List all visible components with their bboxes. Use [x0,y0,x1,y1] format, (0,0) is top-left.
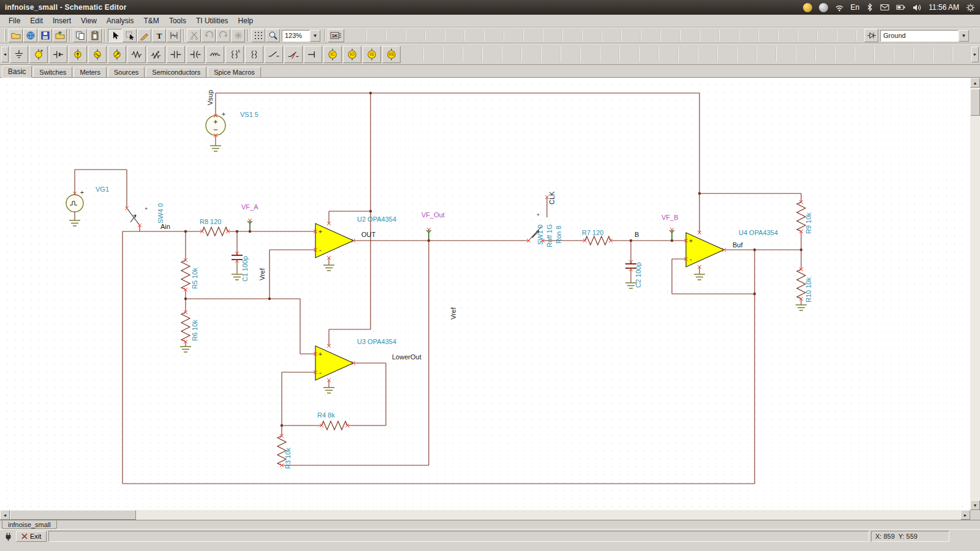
zoom-dropdown-button[interactable]: ▼ [310,30,320,42]
sw1-label[interactable]: SW1 0 [537,225,544,245]
controlled-source-iis-icon[interactable]: IIS [382,46,401,63]
session-icon[interactable] [819,3,828,12]
vs1-label[interactable]: VS1 5 [240,111,258,118]
scroll-right-button[interactable]: ► [960,510,970,520]
node-ain[interactable]: Ain [160,223,170,230]
r10-label[interactable]: R10 10k [805,277,812,302]
schematic-canvas[interactable]: + + + + [0,78,970,510]
menu-ti-utilities[interactable]: TI Utilities [191,15,233,26]
r9-label[interactable]: R9 10k [805,212,812,234]
node-vref-mid[interactable]: Vref [450,307,457,320]
r7-resistor[interactable] [585,236,611,245]
controlled-source-io-icon[interactable]: IO [343,46,361,63]
ground-symbol[interactable] [180,347,191,352]
undo-button[interactable] [202,29,216,42]
node-buf[interactable]: Buf [733,241,743,249]
tab-switches[interactable]: Switches [33,67,72,77]
cursor-tool-button[interactable] [108,29,122,42]
electrolytic-capacitor-icon[interactable] [186,46,205,63]
tab-sources[interactable]: Sources [108,67,145,77]
u4-label[interactable]: U4 OPA4354 [739,229,778,236]
gear-icon[interactable] [966,3,975,12]
controlled-source-ic-icon[interactable]: IC [323,46,342,63]
capacitor-icon[interactable] [167,46,185,63]
tab-spice-macros[interactable]: Spice Macros [208,67,261,77]
ground-symbol[interactable] [796,305,807,310]
u3-opamp[interactable]: + - [315,346,353,380]
wires[interactable] [75,93,801,484]
component-select-field[interactable]: Ground [880,30,959,42]
node-vref-a[interactable]: Vref [258,268,266,280]
keyring-icon[interactable] [803,3,812,12]
sw4-label[interactable]: SW4 0 [157,203,164,223]
controlled-switch-icon[interactable] [284,46,303,63]
menu-edit[interactable]: Edit [25,15,48,26]
r6-resistor[interactable] [181,312,190,342]
coupled-inductors-icon[interactable] [245,46,263,63]
grid-toggle-button[interactable] [251,29,265,42]
c2-label[interactable]: C2 100p [635,262,642,288]
bluetooth-icon[interactable] [866,3,873,12]
inductor-icon[interactable] [206,46,224,63]
menu-file[interactable]: File [4,15,25,26]
u4-opamp[interactable]: + - [686,233,724,267]
current-generator-icon[interactable] [108,46,126,63]
select-tool-button[interactable] [123,29,137,42]
resistor-icon[interactable] [127,46,146,63]
u3-label[interactable]: U3 OPA4354 [357,338,396,345]
probe-vf-out-label[interactable]: VF_Out [421,211,445,219]
potentiometer-icon[interactable] [147,46,165,63]
palette-scroll-right[interactable]: ► [971,47,979,62]
tab-basic[interactable]: Basic [2,66,32,78]
r4-label[interactable]: R4 8k [317,411,335,419]
r5-label[interactable]: R5 10k [191,268,198,289]
voltage-source-icon[interactable] [29,46,48,63]
r5-resistor[interactable] [181,260,190,290]
vertical-scrollbar[interactable]: ▲ ▼ [970,78,980,510]
palette-scroll-left[interactable]: ◄ [1,47,9,62]
menu-insert[interactable]: Insert [48,15,76,26]
node-vsup[interactable]: Vsup [206,90,214,105]
r6-label[interactable]: R6 10k [191,320,198,341]
language-indicator[interactable]: En [851,3,860,12]
node-out[interactable]: OUT [361,231,376,238]
r8-label[interactable]: R8 120 [200,218,221,225]
node-clk[interactable]: CLK [548,191,556,204]
ground-symbol[interactable] [210,146,221,151]
probe-vf-b-label[interactable]: VF_B [662,214,679,221]
scroll-up-button[interactable]: ▲ [970,78,980,88]
u2-opamp[interactable]: + - [315,223,353,258]
tab-meters[interactable]: Meters [74,67,107,77]
switch-icon[interactable] [265,46,283,63]
horizontal-scroll-thumb[interactable] [10,510,136,520]
r10-resistor[interactable] [797,269,805,299]
document-tab[interactable]: infnoise_small [2,520,57,529]
zoom-tool-button[interactable] [266,29,280,42]
tab-semiconductors[interactable]: Semiconductors [146,67,206,77]
r3-label[interactable]: R3 10k [284,448,292,469]
ground-symbol[interactable] [69,220,80,226]
menu-view[interactable]: View [76,15,102,26]
horizontal-scrollbar[interactable]: ◄ ► [0,510,970,520]
r7-label[interactable]: R7 120 [582,229,603,236]
clock[interactable]: 11:56 AM [929,3,959,12]
exit-button[interactable]: Exit [16,531,47,542]
c1-label[interactable]: C1 100p [241,256,249,282]
export-button[interactable] [23,29,37,42]
menu-help[interactable]: Help [233,15,258,26]
menu-tools[interactable]: Tools [164,15,191,26]
component-select-dropdown[interactable]: ▼ [959,30,969,42]
voltage-generator-icon[interactable] [88,46,107,63]
mail-icon[interactable] [880,4,889,11]
menu-tm[interactable]: T&M [139,15,164,26]
wire-pen-button[interactable] [137,29,151,42]
copy-button[interactable] [73,29,87,42]
paste-button[interactable] [88,29,102,42]
current-source-icon[interactable] [69,46,87,63]
node-lowerout[interactable]: LowerOut [392,353,421,361]
scroll-left-button[interactable]: ◄ [0,510,10,520]
open-macro-button[interactable] [53,29,67,42]
ground-symbol[interactable] [323,265,334,271]
ground-symbol[interactable] [694,274,705,280]
default-value-button[interactable]: 1K [328,29,344,42]
